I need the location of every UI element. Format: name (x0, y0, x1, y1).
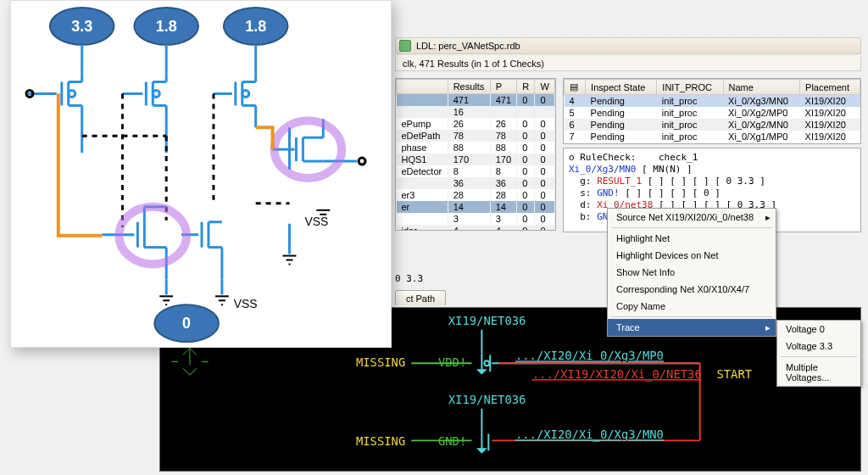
svg-point-24 (69, 90, 75, 97)
table-row[interactable]: ider4400 (397, 225, 555, 231)
table-row[interactable]: 5Pendinginit_procXi_0/Xg2/MP0XI19/XI20 (565, 107, 860, 119)
voltage-bubble: 3.3 (71, 18, 92, 35)
net-path[interactable]: .../XI19/XI20/Xi_0/NET36 (532, 367, 702, 382)
col-name[interactable]: Name (723, 80, 800, 95)
col-placement[interactable]: Placement (800, 80, 860, 95)
table-row[interactable]: eDetector8800 (397, 165, 555, 177)
rc-line1: o RuleCheck: check_1 (569, 152, 698, 163)
table-row[interactable]: 7Pendinginit_procXi_0/Xg1/MP0XI19/XI20 (565, 131, 860, 142)
missing-label: MISSING (356, 434, 405, 448)
submenu-multiple[interactable]: Multiple Voltages... (777, 359, 860, 386)
voltage-range-text: 0 3.3 (395, 273, 423, 284)
svg-point-31 (153, 90, 159, 97)
table-row[interactable]: phase888800 (397, 142, 555, 154)
table-row[interactable]: 363600 (397, 177, 555, 189)
context-menu[interactable]: Source Net XI19/XI20/Xi_0/net38 Highligh… (607, 208, 776, 337)
menu-highlight-net[interactable]: Highlight Net (608, 230, 776, 247)
vss-label: VSS (234, 297, 258, 310)
table-row[interactable]: 47147100 (397, 94, 555, 107)
menu-highlight-devices[interactable]: Highlight Devices on Net (608, 247, 776, 264)
net-label: XI19/NET036 (448, 314, 526, 327)
svg-point-74 (359, 158, 365, 165)
trace-submenu[interactable]: Voltage 0 Voltage 3.3 Multiple Voltages.… (776, 320, 861, 387)
menu-trace[interactable]: Trace▸ (608, 319, 776, 336)
start-label: START (716, 367, 752, 381)
inspect-table[interactable]: ▤ Inspect State INIT_PROC Name Placement… (563, 78, 861, 144)
vdd-label: VDD! (438, 355, 466, 369)
missing-label: MISSING (356, 355, 405, 369)
col-results[interactable]: Results (448, 80, 490, 94)
table-row[interactable]: 16 (397, 106, 555, 118)
table-row[interactable]: er3282800 (397, 189, 555, 201)
menu-sep2 (611, 316, 772, 317)
col-p[interactable]: P (490, 80, 517, 94)
submenu-sep (781, 356, 857, 357)
ldl-icon (399, 40, 411, 52)
table-row[interactable]: er141400 (397, 201, 555, 213)
menu-source-net[interactable]: Source Net XI19/XI20/Xi_0/net38 (608, 209, 776, 226)
device-path[interactable]: .../XI20/Xi_0/Xg3/MN0 (515, 428, 664, 442)
svg-point-3 (484, 360, 489, 366)
title-label: LDL: perc_VANetSpc.rdb (416, 41, 520, 51)
rc-node[interactable]: Xi_0/Xg3/MN0 (569, 164, 636, 175)
table-row[interactable]: 4Pendinginit_procXi_0/Xg3/MN0XI19/XI20 (565, 95, 860, 108)
summary-text: clk, 471 Results (in 1 of 1 Checks) (403, 59, 544, 69)
title-bar: LDL: perc_VANetSpc.rdb (395, 37, 861, 54)
table-row[interactable]: HQS117017000 (397, 154, 555, 165)
col-inspect-state[interactable]: Inspect State (586, 80, 657, 95)
device-path[interactable]: .../XI20/Xi_0/Xg3/MP0 (515, 349, 664, 363)
submenu-v0[interactable]: Voltage 0 (777, 321, 860, 338)
voltage-bubble: 1.8 (245, 18, 266, 35)
col-icon[interactable]: ▤ (565, 80, 586, 95)
inspect-path-tab[interactable]: ct Path (395, 290, 446, 305)
menu-copy-name[interactable]: Copy Name (608, 298, 776, 315)
table-row[interactable]: eDetPath787800 (397, 130, 555, 142)
menu-sep (611, 227, 772, 228)
col-init-proc[interactable]: INIT_PROC (657, 80, 723, 95)
table-row[interactable]: 3300 (397, 213, 555, 225)
menu-show-net-info[interactable]: Show Net Info (608, 264, 776, 281)
voltage-bubble: 1.8 (156, 18, 177, 35)
menu-corresponding-net[interactable]: Corresponding Net X0/X10/X4/7▸ (608, 281, 776, 298)
table-row[interactable]: 6Pendinginit_procXi_0/Xg2/MN0XI19/XI20 (565, 119, 860, 131)
col-name[interactable] (397, 80, 448, 94)
schematic-overlay: 3.3 1.8 1.8 0 (10, 0, 392, 348)
svg-point-39 (242, 90, 249, 97)
vss-label: VSS (304, 215, 328, 228)
voltage-bubble: 0 (182, 315, 191, 332)
col-r[interactable]: R (517, 80, 535, 94)
table-row[interactable]: ePump262600 (397, 118, 555, 130)
net-label: XI19/NET036 (448, 393, 526, 406)
rc-s[interactable]: GND! (597, 187, 620, 198)
submenu-v33[interactable]: Voltage 3.3 (777, 338, 860, 355)
summary-bar: clk, 471 Results (in 1 of 1 Checks) (395, 56, 861, 71)
rc-g[interactable]: RESULT_1 (597, 176, 642, 187)
results-table[interactable]: Results P R W 4714710016ePump262600eDetP… (395, 78, 556, 231)
col-w[interactable]: W (535, 80, 555, 94)
